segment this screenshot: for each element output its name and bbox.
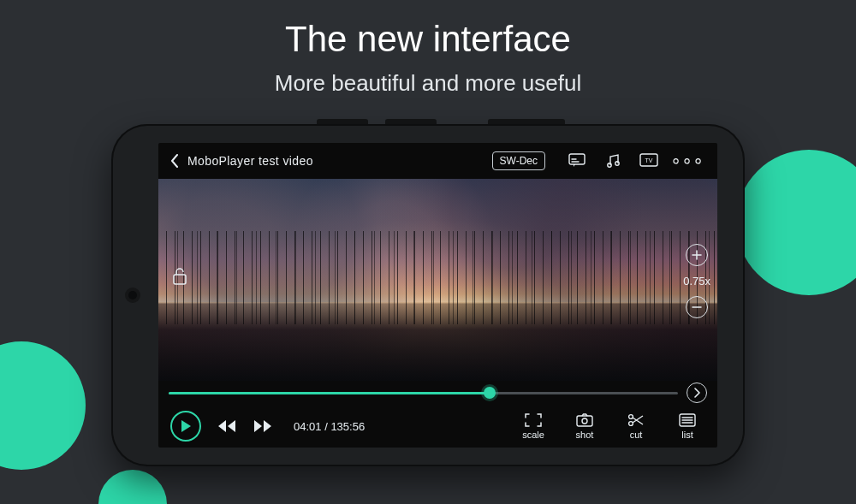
phone-hw-button [317, 119, 368, 124]
music-icon [605, 153, 621, 169]
zoom-in-button[interactable] [686, 244, 708, 266]
video-title: MoboPlayer test video [187, 154, 313, 168]
player-screen: MoboPlayer test video SW-Dec TV ००० [158, 143, 717, 448]
svg-rect-5 [174, 275, 186, 284]
scissors-icon [627, 412, 645, 428]
decoder-button[interactable]: SW-Dec [492, 151, 545, 170]
chevron-right-icon [693, 388, 700, 398]
phone-hw-button [488, 119, 565, 124]
next-button[interactable] [687, 382, 707, 403]
subtitle-icon [568, 153, 586, 169]
player-controls: 04:01 / 135:56 scale shot cut [158, 405, 717, 448]
video-frame-image [158, 302, 717, 381]
forward-icon [253, 419, 273, 433]
svg-point-7 [582, 418, 587, 424]
forward-button[interactable] [253, 419, 273, 433]
tv-icon: TV [639, 153, 658, 169]
time-sep: / [322, 420, 331, 433]
svg-point-9 [629, 422, 633, 426]
decor-circle [0, 341, 86, 470]
more-icon: ००० [672, 153, 705, 168]
time-total: 135:56 [330, 420, 365, 433]
phone-hw-button [385, 119, 437, 124]
svg-point-2 [615, 162, 619, 165]
zoom-controls: 0.75x [683, 244, 710, 318]
promo-headline: The new interface [0, 19, 856, 60]
svg-point-1 [608, 163, 611, 167]
lock-open-icon [171, 267, 188, 286]
camera-icon [575, 412, 594, 428]
tool-label: shot [576, 430, 594, 440]
more-button[interactable]: ००० [672, 153, 705, 169]
cut-button[interactable]: cut [618, 412, 654, 440]
zoom-out-button[interactable] [686, 296, 708, 318]
decor-circle [98, 470, 167, 504]
play-icon [180, 419, 192, 433]
lock-button[interactable] [167, 264, 193, 289]
list-button[interactable]: list [669, 412, 705, 440]
time-current: 04:01 [294, 420, 322, 433]
back-button[interactable] [170, 154, 179, 168]
rewind-button[interactable] [217, 419, 237, 433]
video-area[interactable]: 0.75x [158, 179, 717, 381]
zoom-out-icon [692, 302, 702, 312]
decor-circle [736, 150, 856, 295]
svg-text:TV: TV [645, 157, 653, 163]
play-button[interactable] [170, 411, 201, 442]
zoom-value: 0.75x [683, 275, 710, 288]
audio-button[interactable] [602, 150, 624, 172]
tool-label: scale [522, 430, 544, 440]
list-icon [678, 412, 697, 428]
player-topbar: MoboPlayer test video SW-Dec TV ००० [158, 143, 717, 179]
seek-track[interactable] [169, 392, 678, 394]
promo-subhead: More beautiful and more useful [0, 70, 856, 97]
tv-button[interactable]: TV [638, 150, 660, 172]
svg-point-8 [629, 415, 633, 419]
scale-icon [524, 412, 543, 428]
tool-label: list [681, 430, 693, 440]
subtitle-button[interactable] [566, 150, 588, 172]
tool-label: cut [630, 430, 643, 440]
shot-button[interactable]: shot [567, 412, 603, 440]
seek-knob[interactable] [484, 387, 496, 399]
progress-row [158, 381, 717, 405]
chevron-left-icon [170, 154, 179, 168]
scale-button[interactable]: scale [515, 412, 551, 440]
svg-rect-6 [577, 416, 592, 426]
rewind-icon [217, 419, 237, 433]
time-display: 04:01 / 135:56 [294, 420, 365, 433]
phone-frame: MoboPlayer test video SW-Dec TV ००० [111, 124, 745, 466]
zoom-in-icon [692, 250, 702, 260]
seek-fill [169, 392, 490, 394]
